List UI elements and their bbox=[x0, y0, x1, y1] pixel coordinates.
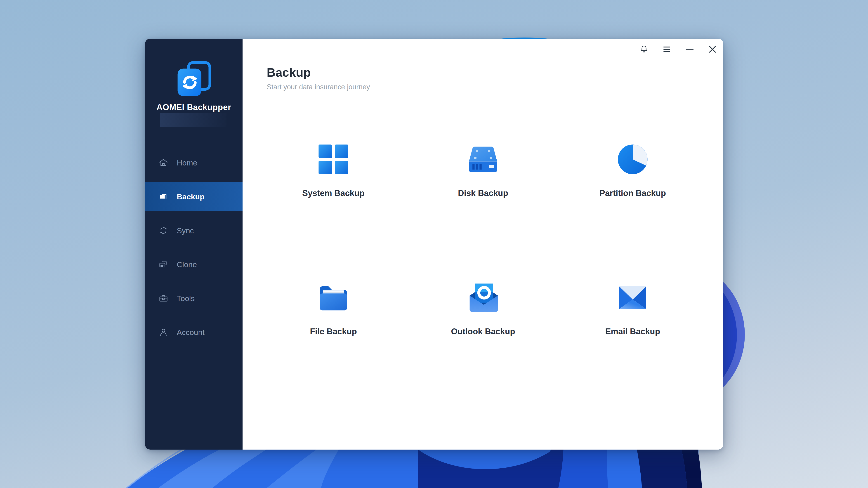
backup-icon bbox=[158, 191, 168, 202]
notifications-button bell-icon[interactable] bbox=[639, 44, 649, 54]
sidebar-item-label: Clone bbox=[177, 260, 197, 269]
tile-outlook-backup[interactable]: Outlook Backup bbox=[408, 281, 558, 336]
titlebar-controls bbox=[639, 44, 717, 54]
outlook-backup-icon bbox=[466, 281, 500, 315]
tile-email-backup[interactable]: Email Backup bbox=[558, 281, 708, 336]
sidebar-item-label: Sync bbox=[177, 226, 194, 235]
clone-icon bbox=[158, 259, 168, 270]
main-content: Backup Start your data insurance journey… bbox=[243, 39, 723, 450]
sidebar-item-account[interactable]: Account bbox=[145, 317, 243, 347]
email-backup-icon bbox=[616, 281, 650, 315]
close-button close-icon[interactable] bbox=[708, 44, 717, 54]
sidebar-item-label: Backup bbox=[177, 192, 205, 201]
sidebar-item-home[interactable]: Home bbox=[145, 148, 243, 177]
tile-disk-backup[interactable]: Disk Backup bbox=[408, 143, 558, 198]
sidebar-nav: Home Backup Sync bbox=[145, 148, 243, 352]
sidebar-item-sync[interactable]: Sync bbox=[145, 216, 243, 245]
tile-system-backup[interactable]: System Backup bbox=[258, 143, 408, 198]
sidebar-item-clone[interactable]: Clone bbox=[145, 250, 243, 279]
system-backup-icon bbox=[316, 143, 350, 176]
minimize-button minimize-icon[interactable] bbox=[685, 44, 694, 54]
home-icon bbox=[158, 157, 168, 168]
tile-partition-backup[interactable]: Partition Backup bbox=[558, 143, 708, 198]
sidebar-item-tools[interactable]: Tools bbox=[145, 284, 243, 313]
sidebar-banner bbox=[160, 113, 226, 127]
page-header: Backup Start your data insurance journey bbox=[267, 65, 370, 91]
disk-backup-icon bbox=[466, 143, 500, 176]
tile-label: File Backup bbox=[258, 327, 408, 336]
tile-file-backup[interactable]: File Backup bbox=[258, 281, 408, 336]
page-title: Backup bbox=[267, 65, 370, 79]
tile-label: Email Backup bbox=[558, 327, 708, 336]
tile-label: Outlook Backup bbox=[408, 327, 558, 336]
sync-icon bbox=[158, 225, 168, 236]
menu-button hamburger-menu-icon[interactable] bbox=[662, 44, 672, 54]
sidebar-item-label: Tools bbox=[177, 294, 195, 303]
page-subtitle: Start your data insurance journey bbox=[267, 83, 370, 91]
account-icon bbox=[158, 327, 168, 337]
aomei-backupper-window: AOMEI Backupper Home Backup bbox=[145, 39, 723, 450]
partition-backup-icon bbox=[616, 143, 650, 176]
app-logo sync-arrows-logo-icon bbox=[175, 60, 213, 98]
sidebar: AOMEI Backupper Home Backup bbox=[145, 39, 243, 450]
sidebar-item-label: Account bbox=[177, 328, 205, 337]
app-name: AOMEI Backupper bbox=[145, 102, 243, 112]
sidebar-item-label: Home bbox=[177, 158, 197, 167]
tile-label: Disk Backup bbox=[408, 188, 558, 198]
file-backup-icon bbox=[316, 281, 350, 315]
tile-label: System Backup bbox=[258, 188, 408, 198]
tools-icon bbox=[158, 293, 168, 304]
sidebar-item-backup[interactable]: Backup bbox=[145, 182, 243, 211]
tile-label: Partition Backup bbox=[558, 188, 708, 198]
